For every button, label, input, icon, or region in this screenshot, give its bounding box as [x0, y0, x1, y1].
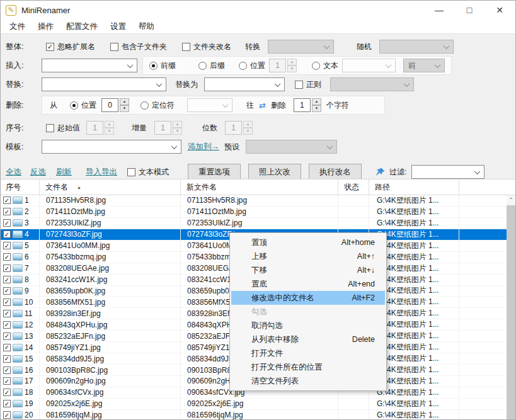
spin-up-icon[interactable]: ▲ [312, 98, 321, 105]
delete-position-radio[interactable]: 位置 [70, 100, 96, 111]
add-to-link[interactable]: 添加到→ [188, 142, 219, 152]
insert-position-spinner[interactable]: 1 ▲▼ [269, 59, 297, 72]
row-checkbox[interactable]: ✓ [3, 264, 11, 272]
row-checkbox[interactable]: ✓ [3, 411, 11, 419]
row-checkbox[interactable]: ✓ [3, 321, 11, 329]
context-menu-item[interactable]: 下移Alt+↓ [231, 263, 385, 277]
insert-anchor-combo[interactable] [342, 59, 396, 72]
spin-down-icon[interactable]: ▼ [105, 128, 114, 135]
start-value-spinner[interactable]: 1 ▲▼ [86, 121, 114, 135]
header-status[interactable]: 状态 [338, 179, 369, 195]
include-subfolder-checkbox[interactable]: 包含子文件夹 [110, 42, 167, 52]
table-row[interactable]: ✓1071135Hv5R8.jpg071135Hv5R8.jpgG:\4K壁纸图… [1, 195, 507, 207]
header-new-filename[interactable]: 新文件名 [181, 179, 338, 195]
context-menu-item[interactable]: 从列表中移除Delete [231, 332, 385, 346]
spin-down-icon[interactable]: ▼ [287, 65, 297, 72]
row-checkbox[interactable]: ✓ [3, 389, 11, 396]
context-menu-item[interactable]: 清空文件列表 [231, 374, 385, 388]
table-row[interactable]: ✓19092025x2j6E.jpg092025x2j6E.jpgG:\4K壁纸… [1, 399, 507, 410]
replace-find-combo[interactable] [42, 77, 166, 91]
maximize-button[interactable]: □ [462, 5, 476, 15]
minimize-button[interactable]: — [432, 5, 446, 15]
context-menu-item[interactable]: 打开文件所在的位置 [231, 360, 385, 374]
filename-cell[interactable]: 083856MfX51.jpg [40, 297, 181, 307]
context-menu-item[interactable]: 置顶Alt+home [231, 236, 385, 249]
filename-cell[interactable]: 090103BpR8C.jpg [40, 365, 181, 375]
spin-down-icon[interactable]: ▼ [173, 128, 182, 135]
filename-cell[interactable]: 071135Hv5R8.jpg [40, 195, 181, 206]
convert-dropdown[interactable] [268, 40, 334, 54]
row-checkbox[interactable]: ✓ [3, 230, 11, 238]
filename-cell[interactable]: 083659upb0K.jpg [40, 286, 181, 297]
spin-up-icon[interactable]: ▲ [243, 121, 253, 128]
random-dropdown[interactable] [379, 40, 454, 54]
filename-cell[interactable]: 090609n2gHo.jpg [40, 376, 181, 387]
context-menu-item[interactable]: 取消勾选 [231, 319, 385, 332]
suffix-radio[interactable]: 后缀 [198, 60, 225, 71]
row-checkbox[interactable]: ✓ [3, 196, 11, 204]
pin-icon[interactable] [373, 167, 386, 177]
table-row[interactable]: ✓3072353UIklZ.jpg072353UIklZ.jpgG:\4K壁纸图… [1, 218, 507, 229]
spin-up-icon[interactable]: ▲ [173, 121, 182, 128]
text-radio[interactable]: 文本 [312, 60, 338, 71]
filename-cell[interactable]: 085749jiYZ1.jpg [40, 342, 181, 353]
menu-profiles[interactable]: 配置文件 [60, 20, 104, 33]
vertical-scrollbar[interactable]: ⌃ [507, 195, 515, 419]
spin-down-icon[interactable]: ▼ [312, 105, 321, 112]
insert-text-combo[interactable] [42, 59, 137, 72]
row-checkbox[interactable]: ✓ [3, 242, 11, 249]
context-menu-item[interactable]: 置底Alt+end [231, 277, 385, 291]
menu-operate[interactable]: 操作 [32, 20, 60, 33]
replace-with-combo[interactable] [204, 77, 285, 91]
filename-cell[interactable]: 071411OztMb.jpg [40, 207, 181, 217]
anchor-radio[interactable]: 定位符 [140, 100, 175, 111]
ignore-ext-checkbox[interactable]: ✓ 忽略扩展名 [46, 42, 95, 52]
spin-down-icon[interactable]: ▼ [243, 128, 253, 135]
header-filename[interactable]: 文件名 ▲ [40, 179, 181, 195]
filename-cell[interactable]: 092025x2j6E.jpg [40, 399, 181, 409]
filename-cell[interactable]: 085834dd9J5.jpg [40, 353, 181, 364]
direction-toggle-icon[interactable]: ⇄ [259, 101, 266, 110]
row-checkbox[interactable]: ✓ [3, 400, 11, 407]
filename-cell[interactable]: 073641Uo0MM.jpg [40, 241, 181, 251]
menu-settings[interactable]: 设置 [104, 20, 132, 33]
filename-cell[interactable]: 0816596tjqM.jpg [40, 410, 181, 419]
reset-options-button[interactable]: 重置选项 [188, 164, 241, 180]
template-combo[interactable] [42, 140, 181, 154]
increment-spinner[interactable]: 1 ▲▼ [154, 121, 182, 135]
invert-selection-link[interactable]: 反选 [30, 167, 46, 178]
close-button[interactable]: ✕ [493, 5, 507, 15]
delete-position-spinner[interactable]: 0 ▲▼ [101, 98, 129, 112]
spin-down-icon[interactable]: ▼ [120, 105, 129, 112]
row-checkbox[interactable]: ✓ [3, 366, 11, 374]
text-mode-checkbox[interactable]: 文本模式 [127, 167, 169, 178]
preset-dropdown[interactable] [246, 140, 337, 154]
rename-folder-checkbox[interactable]: 文件夹改名 [182, 42, 231, 52]
refresh-link[interactable]: 刷新 [56, 167, 72, 178]
before-after-dropdown[interactable]: 前 [403, 59, 445, 72]
row-checkbox[interactable]: ✓ [3, 219, 11, 227]
filename-cell[interactable]: 090634sfCVx.jpg [40, 387, 181, 398]
filename-cell[interactable]: 083241ccW1K.jpg [40, 275, 181, 285]
table-row[interactable]: ✓200816596tjqM.jpg0816596tjqM.jpgG:\4K壁纸… [1, 410, 507, 419]
regex-preset-dropdown[interactable] [330, 77, 414, 91]
context-menu-item[interactable]: 修改选中的文件名Alt+F2 [231, 291, 385, 305]
row-checkbox[interactable]: ✓ [3, 344, 11, 351]
row-checkbox[interactable]: ✓ [3, 355, 11, 363]
filename-cell[interactable]: 072353UIklZ.jpg [40, 218, 181, 229]
position-radio[interactable]: 位置 [239, 60, 265, 71]
row-checkbox[interactable]: ✓ [3, 287, 11, 295]
spin-up-icon[interactable]: ▲ [120, 98, 129, 105]
digits-spinner[interactable]: 1 ▲▼ [225, 121, 253, 135]
regex-checkbox[interactable]: 正则 [295, 79, 321, 90]
spin-up-icon[interactable]: ▲ [105, 121, 114, 128]
scrollbar-thumb[interactable] [507, 205, 515, 419]
header-index[interactable]: 序号 [1, 179, 40, 195]
scroll-up-icon[interactable]: ⌃ [507, 195, 515, 205]
execute-rename-button[interactable]: 执行改名 [309, 164, 362, 180]
filename-cell[interactable]: 083928in3Ef.jpg [40, 308, 181, 319]
row-checkbox[interactable]: ✓ [3, 310, 11, 317]
filename-cell[interactable]: 085232aEJFn.jpg [40, 331, 181, 341]
row-checkbox[interactable]: ✓ [3, 298, 11, 306]
spin-up-icon[interactable]: ▲ [287, 59, 297, 65]
